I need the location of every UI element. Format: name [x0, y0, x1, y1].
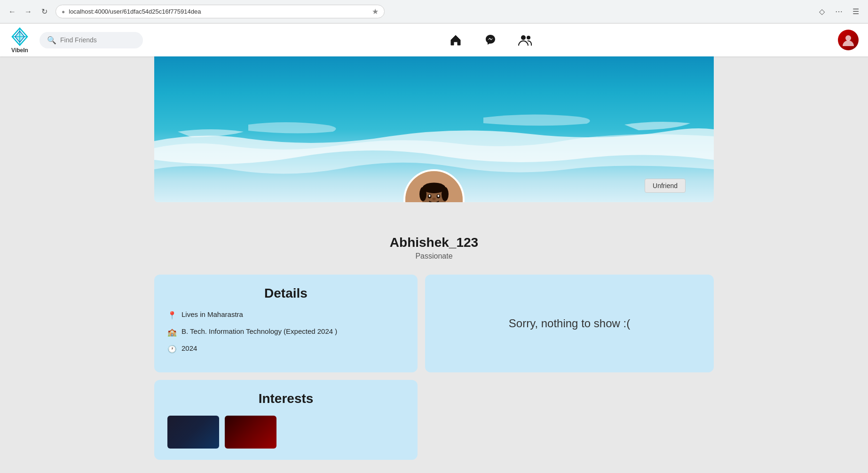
address-bar-container: ● ★ [55, 5, 385, 18]
home-nav-button[interactable] [445, 30, 466, 50]
messenger-icon [484, 33, 497, 47]
forward-button[interactable]: → [22, 5, 35, 18]
messenger-nav-button[interactable] [480, 30, 501, 50]
year-detail: 🕐 2024 [167, 344, 404, 354]
svg-point-5 [521, 35, 526, 40]
logo-text: VibeIn [11, 47, 28, 54]
nothing-text: Sorry, nothing to show :( [509, 317, 630, 330]
bookmark-icon[interactable]: ★ [372, 7, 379, 16]
interest-thumb-2[interactable] [225, 416, 276, 449]
year-icon: 🕐 [167, 345, 177, 354]
interest-thumb-1[interactable] [167, 416, 219, 449]
browser-nav-buttons: ← → ↻ [6, 5, 51, 18]
back-button[interactable]: ← [6, 5, 19, 18]
avatar-icon [841, 33, 855, 47]
cover-photo-section: Unfriend [154, 56, 714, 202]
search-icon: 🔍 [47, 36, 56, 45]
user-bio: Passionate [154, 252, 714, 260]
svg-point-19 [432, 197, 436, 200]
search-container: 🔍 [39, 32, 143, 48]
search-input[interactable] [60, 36, 135, 44]
address-input[interactable] [69, 8, 368, 15]
people-nav-button[interactable] [515, 30, 536, 50]
cover-photo: Unfriend [154, 56, 714, 202]
details-card: Details 📍 Lives in Maharastra 🏫 B. Tech.… [154, 275, 418, 372]
education-text: B. Tech. Information Technology (Expecte… [181, 327, 337, 335]
details-title: Details [167, 286, 404, 301]
people-icon [518, 33, 532, 47]
interests-card: Interests [154, 380, 418, 460]
interest-thumb-dark-bg [167, 416, 219, 449]
browser-right-icons: ◇ ⋯ ☰ [815, 5, 862, 18]
unfriend-button[interactable]: Unfriend [645, 179, 686, 193]
year-text: 2024 [181, 344, 197, 352]
app-header: VibeIn 🔍 [0, 24, 868, 56]
svg-point-6 [527, 36, 530, 39]
education-icon: 🏫 [167, 328, 177, 337]
location-detail: 📍 Lives in Maharastra [167, 310, 404, 320]
logo-container[interactable]: VibeIn [9, 26, 30, 54]
refresh-button[interactable]: ↻ [38, 5, 51, 18]
more-tools-icon[interactable]: ⋯ [832, 5, 845, 18]
vibein-logo-icon [9, 26, 30, 47]
interests-title: Interests [167, 391, 404, 406]
main-content: Unfriend Abhishek_123 Passionate Details… [0, 56, 868, 473]
svg-point-18 [438, 195, 440, 197]
profile-container: Unfriend Abhishek_123 Passionate Details… [154, 56, 714, 460]
location-icon: 📍 [167, 311, 177, 320]
extensions-icon[interactable]: ◇ [815, 5, 829, 18]
home-icon [449, 33, 462, 47]
interests-thumbnails [167, 416, 404, 449]
nothing-to-show-card: Sorry, nothing to show :( [425, 275, 714, 372]
menu-icon[interactable]: ☰ [849, 5, 862, 18]
browser-chrome: ← → ↻ ● ★ ◇ ⋯ ☰ [0, 0, 868, 24]
lock-icon: ● [62, 8, 65, 15]
svg-point-13 [419, 187, 426, 201]
svg-point-14 [442, 187, 449, 201]
education-detail: 🏫 B. Tech. Information Technology (Expec… [167, 327, 404, 337]
location-text: Lives in Maharastra [181, 310, 243, 318]
cards-row: Details 📍 Lives in Maharastra 🏫 B. Tech.… [154, 275, 714, 372]
user-info: Abhishek_123 Passionate [154, 235, 714, 270]
nav-icons [445, 30, 536, 50]
interest-thumb-red-bg [225, 416, 276, 449]
svg-point-17 [429, 195, 431, 197]
username: Abhishek_123 [154, 235, 714, 250]
avatar[interactable] [838, 30, 859, 50]
svg-point-7 [845, 35, 851, 41]
